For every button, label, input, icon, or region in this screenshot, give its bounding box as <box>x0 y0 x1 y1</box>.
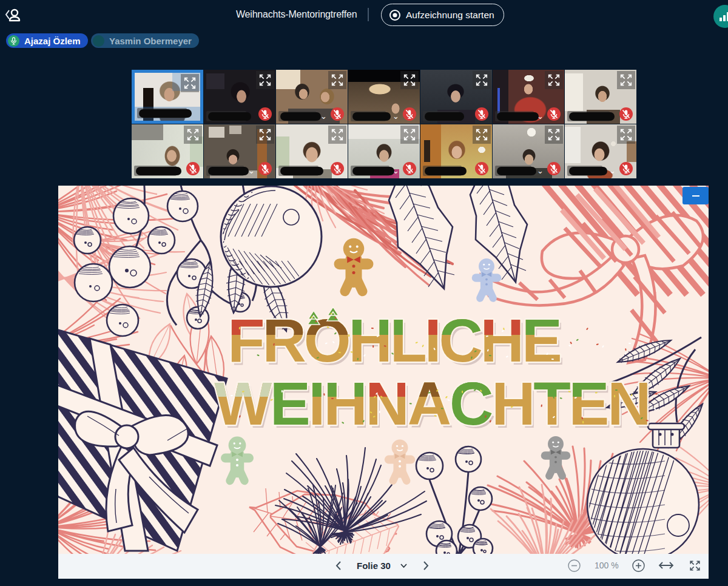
svg-text:WEIHNACHTEN: WEIHNACHTEN <box>215 369 650 437</box>
svg-text:FROHLICHE: FROHLICHE <box>228 306 560 374</box>
